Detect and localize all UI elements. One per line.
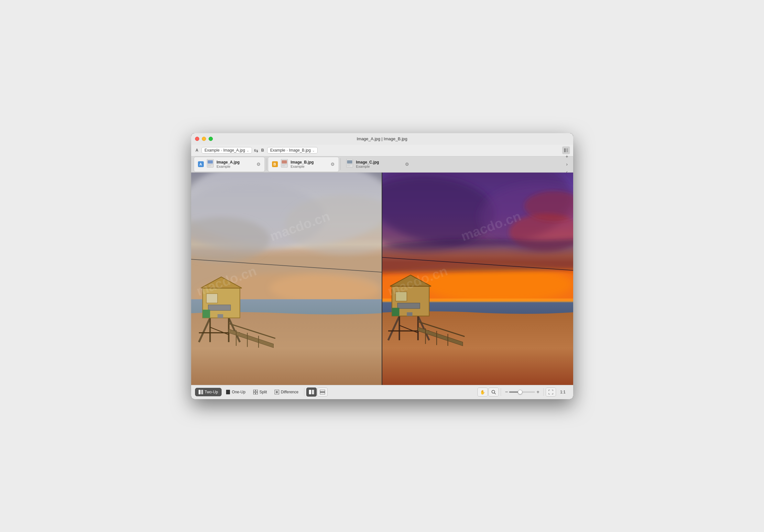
tab-b-gear-icon[interactable]: ⚙ <box>330 162 335 167</box>
svg-rect-12 <box>347 164 352 165</box>
zoom-slider[interactable] <box>509 391 535 393</box>
tab-a-icon <box>206 159 214 170</box>
file-tab-a[interactable]: A Image_A.jpg Example ⚙ <box>194 157 265 172</box>
fit-icon <box>549 390 553 394</box>
sidebar-next-button[interactable]: › <box>563 161 571 168</box>
columns-icon <box>309 390 314 394</box>
tab-b-icon <box>281 159 288 170</box>
nav-right-label: B <box>260 148 266 153</box>
tab-c-name: Image_C.jpg <box>356 160 402 165</box>
nav-right-chevron: › <box>286 149 287 152</box>
one-up-button[interactable]: One-Up <box>222 388 249 396</box>
svg-rect-11 <box>347 160 352 164</box>
nav-bar: A Example › Image_A.jpg ⌄ ⇆ B Example › … <box>191 145 573 156</box>
svg-point-20 <box>270 273 381 303</box>
one-up-icon <box>226 390 230 394</box>
svg-rect-64 <box>407 312 412 316</box>
main-content: macdo.cn macdo.cn <box>191 173 573 385</box>
svg-rect-7 <box>282 160 287 164</box>
svg-rect-1 <box>566 148 568 152</box>
grid-view-button[interactable] <box>317 387 328 397</box>
tab-c-info: Image_C.jpg Example <box>356 160 402 168</box>
tab-a-folder: Example <box>217 165 254 168</box>
split-label: Split <box>260 390 267 394</box>
nav-left-label: A <box>194 148 200 153</box>
split-icon <box>253 390 258 394</box>
app-window: Image_A.jpg | Image_B.jpg A Example › Im… <box>191 133 573 399</box>
svg-rect-78 <box>320 390 325 392</box>
zoom-tool-button[interactable] <box>488 387 499 397</box>
minimize-button[interactable] <box>202 137 206 141</box>
image-a-svg: macdo.cn macdo.cn <box>191 173 382 385</box>
file-tabs-bar: A Image_A.jpg Example ⚙ B <box>191 156 573 173</box>
nav-right-file: Image_B.jpg <box>289 148 310 153</box>
hand-tool-button[interactable]: ✋ <box>478 387 488 397</box>
actual-size-button[interactable]: 1:1 <box>557 388 569 396</box>
toolbar-sep-2 <box>501 388 501 396</box>
tab-divider-1 <box>266 158 267 170</box>
svg-rect-35 <box>203 310 210 318</box>
svg-rect-8 <box>282 164 287 165</box>
columns-view-button[interactable] <box>306 387 317 397</box>
svg-rect-3 <box>208 160 213 164</box>
magnifier-icon <box>491 390 496 394</box>
tab-a-name: Image_A.jpg <box>217 160 254 165</box>
svg-line-81 <box>494 393 496 394</box>
two-up-button[interactable]: Two-Up <box>195 388 222 396</box>
svg-rect-34 <box>208 305 230 310</box>
split-button[interactable]: Split <box>250 388 271 396</box>
fit-button[interactable] <box>546 387 556 397</box>
hand-icon: ✋ <box>480 390 485 395</box>
svg-rect-9 <box>282 166 285 166</box>
image-pane-right[interactable]: macdo.cn macdo.cn <box>382 173 573 385</box>
two-up-label: Two-Up <box>205 390 218 394</box>
actual-size-label: 1:1 <box>560 390 566 394</box>
toolbar-sep-1 <box>304 388 304 396</box>
maximize-button[interactable] <box>209 137 213 141</box>
nav-right-path[interactable]: Example › Image_B.jpg ⌄ <box>267 147 317 154</box>
svg-rect-68 <box>199 390 201 394</box>
svg-rect-76 <box>309 390 311 394</box>
difference-label: Difference <box>281 390 298 394</box>
two-up-icon <box>199 390 203 394</box>
tab-a-info: Image_A.jpg Example <box>217 160 254 168</box>
tab-c-folder: Example <box>356 165 402 168</box>
svg-rect-63 <box>392 308 399 316</box>
zoom-control: − + <box>505 389 539 395</box>
toolbar-sep-3 <box>543 388 544 396</box>
nav-left-dropdown-chevron: ⌄ <box>247 149 249 152</box>
nav-swap-arrows[interactable]: ⇆ <box>254 147 258 154</box>
svg-rect-5 <box>208 166 211 166</box>
traffic-lights <box>195 137 213 141</box>
svg-rect-70 <box>226 390 230 394</box>
nav-left-file: Image_A.jpg <box>223 148 245 153</box>
sidebar-plus-button[interactable]: + <box>563 153 571 160</box>
window-title: Image_A.jpg | Image_B.jpg <box>357 136 408 141</box>
tab-a-badge: A <box>198 161 204 167</box>
file-tab-c[interactable]: Image_C.jpg Example ⚙ <box>342 157 413 172</box>
tab-b-badge: B <box>272 161 278 167</box>
title-bar: Image_A.jpg | Image_B.jpg <box>191 133 573 145</box>
svg-rect-0 <box>564 148 566 152</box>
tab-b-name: Image_B.jpg <box>291 160 328 165</box>
svg-rect-13 <box>347 166 350 166</box>
tab-a-gear-icon[interactable]: ⚙ <box>257 162 261 167</box>
nav-left-path[interactable]: Example › Image_A.jpg ⌄ <box>202 147 252 154</box>
file-tab-b[interactable]: B Image_B.jpg Example ⚙ <box>268 157 339 172</box>
image-pane-left[interactable]: macdo.cn macdo.cn <box>191 173 382 385</box>
svg-rect-62 <box>398 303 420 308</box>
difference-icon <box>275 390 279 394</box>
nav-right-folder: Example <box>270 148 285 153</box>
svg-rect-69 <box>201 390 203 394</box>
nav-left-chevron: › <box>221 149 222 152</box>
svg-rect-79 <box>320 392 325 394</box>
grid-icon <box>320 390 325 394</box>
tab-c-gear-icon[interactable]: ⚙ <box>405 162 409 167</box>
image-b-svg: macdo.cn macdo.cn <box>382 173 573 385</box>
close-button[interactable] <box>195 137 199 141</box>
zoom-minus-button[interactable]: − <box>505 389 508 395</box>
difference-button[interactable]: Difference <box>271 388 302 396</box>
zoom-plus-button[interactable]: + <box>536 389 539 395</box>
tab-b-info: Image_B.jpg Example <box>291 160 328 168</box>
swap-icon: ⇆ <box>254 147 258 154</box>
